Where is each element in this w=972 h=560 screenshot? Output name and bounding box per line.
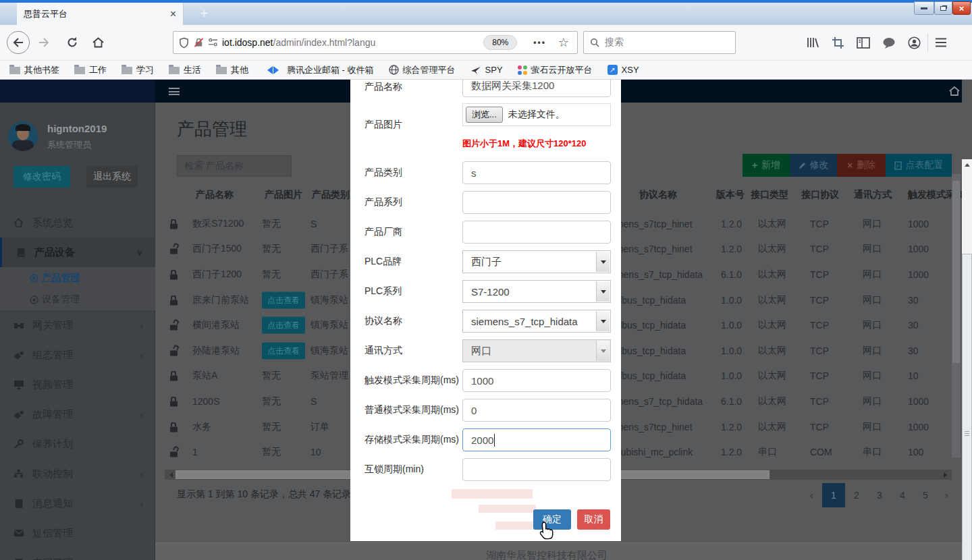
bookmark-xsy[interactable]: ↗XSY [608, 65, 639, 75]
close-button[interactable]: × [952, 1, 971, 15]
scroll-left-icon[interactable] [167, 472, 173, 478]
bookmark-folder-misc[interactable]: 其他 [216, 64, 248, 76]
browser-tab[interactable]: 思普云平台 × [17, 3, 184, 25]
interlock-cycle-input[interactable] [462, 458, 611, 481]
cell-product-image[interactable]: 暂无 [262, 395, 281, 408]
inner-vertical-scrollbar[interactable] [952, 174, 961, 457]
new-tab-button[interactable]: + [190, 3, 217, 25]
sidebar-toggle-icon[interactable] [169, 88, 180, 95]
dropdown-arrow-icon[interactable] [596, 311, 610, 331]
cell-product-image[interactable]: 点击查看 [262, 342, 305, 359]
back-button[interactable] [7, 31, 30, 54]
cell-product-image[interactable]: 暂无 [262, 370, 281, 382]
sidebar-item-maintenance[interactable]: 保养计划 [0, 429, 155, 459]
edit-button[interactable]: 修改 [790, 154, 837, 177]
product-edit-modal: 数据网关采集1200 产品名称 浏览... 未选择文件。 产品图片 图片小于1M… [350, 80, 621, 541]
pagination-page[interactable]: 3 [868, 483, 891, 507]
cell-product-image[interactable]: 暂无 [262, 218, 281, 230]
product-image-file-input[interactable]: 浏览... 未选择文件。 [462, 103, 611, 126]
cell-product-image[interactable]: 暂无 [262, 421, 281, 433]
bookmark-folder-work[interactable]: 工作 [74, 64, 107, 76]
scroll-up-button[interactable] [962, 159, 972, 171]
spy-icon [470, 65, 481, 75]
dropdown-arrow-icon[interactable] [596, 281, 610, 302]
cell-product-image[interactable]: 暂无 [262, 243, 281, 255]
protocol-select[interactable]: siemens_s7_tcp_hidata [462, 310, 611, 333]
cell-product-image[interactable]: 暂无 [262, 269, 281, 281]
folder-icon [169, 67, 180, 74]
bookmark-spy[interactable]: SPY [470, 65, 503, 75]
product-search-input[interactable]: 检索 产品名称 [177, 155, 292, 177]
sidebar-item-notifications[interactable]: 消息通知 ‹ [0, 488, 155, 518]
tab-close-icon[interactable]: × [170, 9, 176, 20]
sidebar-item-sms[interactable]: 短信管理 [0, 518, 155, 548]
bookmark-folder-other[interactable]: 其他书签 [9, 64, 59, 76]
cancel-modal-button[interactable]: 取消 [577, 509, 610, 530]
trigger-cycle-input[interactable]: 1000 [462, 369, 611, 392]
point-table-config-button[interactable]: P点表配置 [886, 154, 952, 177]
cell-product-image[interactable]: 点击查看 [262, 291, 305, 308]
bookmark-folder-study[interactable]: 学习 [122, 64, 154, 76]
change-password-button[interactable]: 修改密码 [14, 166, 70, 188]
pagination-next[interactable]: › [938, 483, 954, 507]
cell-category: 订单 [310, 421, 329, 433]
bookmark-tencent-mail[interactable]: 腾讯企业邮箱 - 收件箱 [263, 64, 374, 76]
pocket-chat-icon[interactable] [882, 37, 896, 49]
bookmark-star-icon[interactable]: ☆ [558, 35, 569, 50]
plc-brand-select[interactable]: 西门子 [462, 250, 611, 273]
vertical-scrollbar[interactable] [962, 159, 972, 560]
bookmark-ys7-platform[interactable]: 萤石云开放平台 [518, 64, 593, 76]
bookmark-mgmt-platform[interactable]: 综合管理平台 [389, 64, 456, 76]
normal-cycle-input[interactable]: 0 [462, 399, 611, 422]
pagination-page[interactable]: 2 [845, 483, 868, 507]
storage-cycle-input[interactable]: 2000 [462, 428, 611, 451]
sidebar-item-product-mgmt[interactable]: 产品管理 [0, 267, 155, 289]
bookmark-folder-life[interactable]: 生活 [169, 64, 201, 76]
sidebar-item-space[interactable]: 空间管理 [0, 548, 155, 560]
pagination-page[interactable]: 1 [822, 483, 845, 507]
reload-button[interactable] [62, 32, 82, 53]
vendor-input[interactable] [462, 221, 611, 244]
pagination-prev[interactable]: ‹ [803, 483, 819, 507]
product-name-input[interactable]: 数据网关采集1200 [462, 80, 611, 97]
logout-button[interactable]: 退出系统 [86, 166, 138, 188]
library-icon[interactable] [806, 36, 819, 49]
sidebar-item-fault[interactable]: 故障管理 ‹ [0, 399, 155, 429]
pagination-page[interactable]: 4 [891, 483, 914, 507]
screenshot-icon[interactable] [832, 36, 844, 49]
account-icon[interactable] [908, 36, 921, 49]
category-input[interactable]: s [462, 161, 611, 184]
home-button[interactable] [88, 32, 108, 53]
sidebar-item-overview[interactable]: 系统总览 [0, 208, 155, 237]
sidebar-item-video[interactable]: 视频管理 [0, 370, 155, 399]
sidebar-item-gateway[interactable]: 网关管理 ‹ [0, 310, 155, 340]
url-bar[interactable]: iot.idosp.net/admin/index.html?langu 80%… [173, 31, 578, 54]
search-input[interactable]: 搜索 [583, 31, 736, 54]
navbar-home-icon[interactable] [948, 86, 961, 96]
series-input[interactable] [462, 191, 611, 214]
sidebar-submenu: 产品管理 设备管理 [0, 267, 155, 310]
scroll-right-icon[interactable] [944, 472, 950, 478]
page-actions-icon[interactable]: ••• [533, 38, 546, 47]
minimize-button[interactable] [914, 1, 934, 15]
zoom-level-badge[interactable]: 80% [483, 35, 517, 50]
add-button[interactable]: +新增 [742, 154, 790, 177]
inner-scroll-thumb[interactable] [952, 181, 960, 363]
pagination-page[interactable]: 5 [914, 483, 937, 507]
sidebar-item-scada[interactable]: 组态管理 ‹ [0, 340, 155, 370]
cell-comm-mode: 网口 [863, 218, 882, 230]
browse-button[interactable]: 浏览... [466, 107, 503, 123]
sidebar-item-linkage[interactable]: 联动控制 ‹ [0, 459, 155, 488]
vertical-scroll-thumb[interactable] [962, 254, 972, 560]
forward-button[interactable] [34, 32, 54, 53]
dropdown-arrow-icon[interactable] [596, 252, 610, 272]
plc-series-select[interactable]: S7-1200 [462, 280, 611, 303]
restore-button[interactable] [934, 1, 952, 15]
cell-product-image[interactable]: 点击查看 [262, 317, 305, 334]
menu-icon[interactable] [935, 38, 947, 47]
cell-product-image[interactable]: 暂无 [262, 446, 281, 458]
sidebars-icon[interactable] [857, 37, 870, 49]
sidebar-item-products[interactable]: 产品设备 ∨ [0, 237, 155, 267]
delete-button[interactable]: ×删除 [837, 154, 886, 177]
sidebar-item-device-mgmt[interactable]: 设备管理 [0, 289, 155, 310]
